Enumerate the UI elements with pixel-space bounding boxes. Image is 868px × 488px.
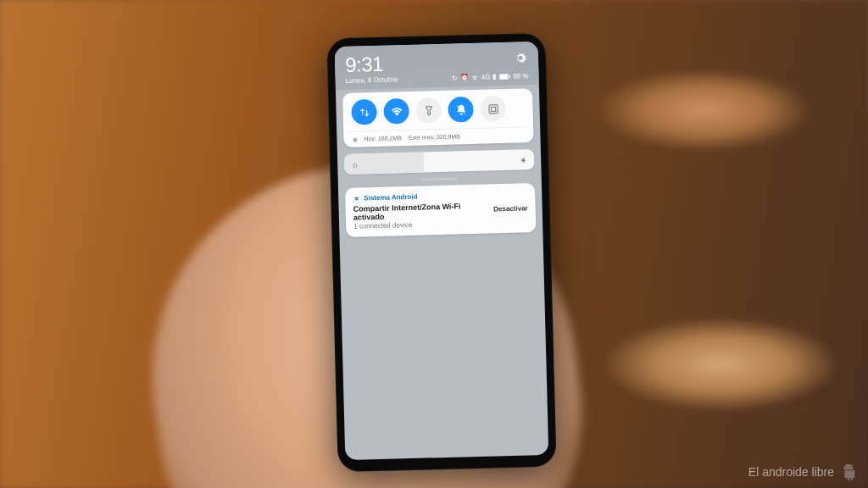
svg-rect-1 xyxy=(499,75,507,79)
brightness-slider[interactable]: ☼ ☀ xyxy=(344,149,535,175)
brightness-high-icon: ☀ xyxy=(520,155,527,164)
wifi-icon xyxy=(471,74,479,81)
sync-icon: ↻ xyxy=(452,74,458,81)
notification-card[interactable]: Sistema Android Compartir Internet/Zona … xyxy=(345,183,536,237)
android-icon xyxy=(839,463,858,481)
data-usage-row: ◉ Hoy: 166,2MB Este mes: 320,9MB xyxy=(348,126,528,143)
quick-settings-panel: ◉ Hoy: 166,2MB Este mes: 320,9MB xyxy=(342,88,534,147)
data-arrows-icon xyxy=(358,106,370,119)
data-toggle[interactable] xyxy=(351,99,377,125)
battery-label: 89 % xyxy=(513,72,528,80)
data-today-value: 166,2MB xyxy=(378,135,402,141)
watermark: El androide libre xyxy=(748,463,858,481)
screenshot-icon xyxy=(487,103,499,115)
notification-action-button[interactable]: Desactivar xyxy=(490,204,528,213)
status-icons: ↻ ⏰ 4G ▮ 89 % xyxy=(452,72,529,81)
phone-screen: 9:31 Lunes, 8 Octubre ↻ ⏰ 4G ▮ 89 % xyxy=(335,42,549,460)
brightness-low-icon: ☼ xyxy=(351,159,359,169)
status-bar-area: 9:31 Lunes, 8 Octubre ↻ ⏰ 4G ▮ 89 % xyxy=(335,42,539,90)
settings-button[interactable] xyxy=(513,50,528,65)
data-month-value: 320,9MB xyxy=(437,133,460,140)
data-today-label: Hoy: xyxy=(364,136,376,141)
network-label: 4G xyxy=(481,73,491,80)
alarm-icon: ⏰ xyxy=(460,74,469,81)
hotspot-icon xyxy=(353,194,360,202)
watermark-text: El androide libre xyxy=(748,465,834,479)
wifi-toggle[interactable] xyxy=(383,98,409,125)
flashlight-icon xyxy=(422,104,435,117)
notification-body: Sistema Android Compartir Internet/Zona … xyxy=(353,191,486,230)
battery-icon xyxy=(498,74,510,80)
phone-frame: 9:31 Lunes, 8 Octubre ↻ ⏰ 4G ▮ 89 % xyxy=(326,33,556,473)
dnd-toggle[interactable] xyxy=(448,97,474,123)
gear-icon xyxy=(513,50,528,65)
svg-rect-3 xyxy=(488,104,497,113)
panel-drag-handle[interactable] xyxy=(421,177,459,180)
wifi-icon xyxy=(390,105,403,118)
quick-toggles-row xyxy=(348,95,528,125)
screenshot-toggle[interactable] xyxy=(480,96,506,122)
notification-app-name: Sistema Android xyxy=(364,193,417,202)
notification-title: Compartir Internet/Zona Wi-Fi activado xyxy=(353,202,485,222)
signal-icon: ▮ xyxy=(492,73,496,80)
flashlight-toggle[interactable] xyxy=(415,97,442,124)
notification-app-row: Sistema Android xyxy=(353,191,485,202)
svg-rect-2 xyxy=(509,75,510,77)
status-date: Lunes, 8 Octubre xyxy=(346,75,398,85)
data-usage-icon: ◉ xyxy=(352,136,357,143)
bell-off-icon xyxy=(454,103,467,116)
svg-rect-4 xyxy=(491,107,495,111)
data-month-label: Este mes: xyxy=(409,134,435,141)
